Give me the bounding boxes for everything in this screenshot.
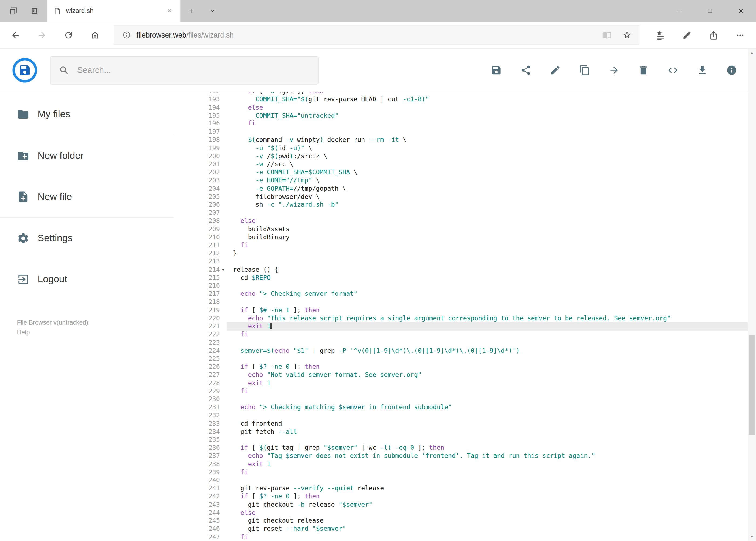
code-line[interactable]: 209 buildAssets (173, 225, 748, 234)
code-line[interactable]: 206 sh -c "./wizard.sh -b" (173, 201, 748, 209)
tabs-aside-button[interactable] (27, 4, 42, 18)
info-button[interactable] (726, 64, 737, 76)
annotate-button[interactable] (674, 24, 700, 47)
sidebar-item-settings[interactable]: Settings (0, 218, 173, 259)
code-line[interactable]: 230 (173, 395, 748, 403)
code-line[interactable]: 233 cd frontend (173, 420, 748, 428)
code-line[interactable]: 241 git rev-parse --verify --quiet relea… (173, 485, 748, 493)
code-line[interactable]: 228 exit 1 (173, 379, 748, 387)
code-line[interactable]: 216 (173, 282, 748, 290)
code-line[interactable]: 205 filebrowser/dev \ (173, 193, 748, 201)
code-line[interactable]: 210 buildBinary (173, 234, 748, 242)
code-line[interactable]: 235 (173, 436, 748, 444)
tab-close-button[interactable] (163, 5, 175, 17)
code-editor[interactable]: 192 if [ -d .git ]; then193 COMMIT_SHA="… (173, 92, 748, 541)
code-line[interactable]: 193 COMMIT_SHA="$(git rev-parse HEAD | c… (173, 96, 748, 104)
new-tab-button[interactable] (180, 0, 202, 22)
code-line[interactable]: 219 if [ $# -ne 1 ]; then (173, 306, 748, 314)
code-line[interactable]: 226 if [ $? -ne 0 ]; then (173, 363, 748, 371)
code-line[interactable]: 201 -w //src \ (173, 161, 748, 169)
code-line[interactable]: 198 $(command -v winpty) docker run --rm… (173, 136, 748, 144)
code-line[interactable]: 225 (173, 355, 748, 363)
code-line[interactable]: 202 -e COMMIT_SHA=$COMMIT_SHA \ (173, 169, 748, 177)
minimize-button[interactable] (663, 0, 694, 22)
sidebar-item-new-file[interactable]: New file (0, 176, 173, 217)
code-line[interactable]: 196 fi (173, 120, 748, 128)
code-line[interactable]: 245 git checkout release (173, 517, 748, 525)
code-line[interactable]: 227 echo "Not valid semver format. See s… (173, 371, 748, 379)
code-line[interactable]: 213 (173, 258, 748, 266)
sidebar-item-my-files[interactable]: My files (0, 94, 173, 135)
browser-tab[interactable]: wizard.sh (47, 0, 180, 22)
code-line[interactable]: 232 (173, 412, 748, 420)
share-button[interactable] (700, 24, 727, 47)
copy-button[interactable] (579, 64, 590, 76)
code-line[interactable]: 223 (173, 339, 748, 347)
code-line[interactable]: 222 fi (173, 330, 748, 339)
share-button[interactable] (520, 64, 531, 76)
fold-arrow-icon[interactable]: ▾ (220, 266, 227, 274)
code-line[interactable]: 244 else (173, 509, 748, 517)
help-link[interactable]: Help (17, 327, 89, 337)
save-button[interactable] (490, 64, 502, 76)
code-line[interactable]: 214▾release () { (173, 266, 748, 274)
code-line[interactable]: 211 fi (173, 242, 748, 250)
delete-button[interactable] (637, 64, 649, 76)
code-line[interactable]: 215 cd $REPO (173, 274, 748, 282)
code-line[interactable]: 194 else (173, 104, 748, 112)
code-line[interactable]: 238 exit 1 (173, 460, 748, 468)
more-button[interactable] (727, 24, 753, 47)
vertical-scrollbar[interactable]: ▲ ▼ (748, 49, 756, 541)
scrollbar-up-button[interactable]: ▲ (748, 49, 756, 57)
code-line[interactable]: 200 -v /$(pwd):/src:z \ (173, 152, 748, 161)
refresh-button[interactable] (55, 24, 82, 47)
scrollbar-down-button[interactable]: ▼ (748, 533, 756, 541)
hub-button[interactable] (647, 24, 673, 47)
code-line[interactable]: 237 echo "Tag $semver does not exist in … (173, 452, 748, 460)
search-input[interactable] (76, 65, 310, 76)
code-line[interactable]: 234 git fetch --all (173, 428, 748, 436)
code-line[interactable]: 229 fi (173, 387, 748, 395)
code-line[interactable]: 231 echo "> Checking matching $semver in… (173, 403, 748, 412)
code-line[interactable]: 239 fi (173, 468, 748, 476)
code-line[interactable]: 218 (173, 298, 748, 306)
move-button[interactable] (608, 64, 620, 76)
code-line[interactable]: 207 (173, 209, 748, 217)
code-line[interactable]: 221 exit 1 (173, 322, 748, 330)
code-line[interactable]: 243 git checkout -b release "$semver" (173, 501, 748, 509)
code-line[interactable]: 192 if [ -d .git ]; then (173, 92, 748, 96)
maximize-button[interactable] (694, 0, 725, 22)
forward-button[interactable] (28, 24, 55, 47)
scrollbar-thumb[interactable] (749, 335, 755, 435)
home-button[interactable] (82, 24, 108, 47)
reading-view-button[interactable] (597, 26, 617, 45)
code-line[interactable]: 204 -e GOPATH=//tmp/gopath \ (173, 185, 748, 193)
code-line[interactable]: 240 (173, 476, 748, 485)
code-line[interactable]: 220 echo "This release script requires a… (173, 314, 748, 322)
code-line[interactable]: 208 else (173, 217, 748, 225)
sidebar-item-new-folder[interactable]: New folder (0, 135, 173, 176)
code-line[interactable]: 236 if [ $(git tag | grep "$semver" | wc… (173, 444, 748, 452)
raw-view-button[interactable] (667, 64, 678, 76)
code-line[interactable]: 247 fi (173, 533, 748, 541)
code-line[interactable]: 197 (173, 128, 748, 136)
code-line[interactable]: 212} (173, 250, 748, 258)
code-line[interactable]: 246 git reset --hard "$semver" (173, 525, 748, 533)
edit-button[interactable] (549, 64, 561, 76)
tab-preview-button[interactable] (6, 4, 20, 18)
search-box[interactable] (50, 56, 319, 84)
app-logo[interactable] (12, 58, 37, 82)
code-line[interactable]: 195 COMMIT_SHA="untracked" (173, 112, 748, 120)
code-line[interactable]: 242 if [ $? -ne 0 ]; then (173, 493, 748, 501)
favorite-star-button[interactable] (617, 26, 637, 45)
tab-list-dropdown[interactable] (202, 0, 223, 22)
download-button[interactable] (696, 64, 708, 76)
window-close-button[interactable] (725, 0, 756, 22)
sidebar-item-logout[interactable]: Logout (0, 259, 173, 300)
back-button[interactable] (2, 24, 28, 47)
code-line[interactable]: 203 -e HOME="//tmp" \ (173, 177, 748, 185)
site-info-icon[interactable] (120, 26, 132, 45)
code-line[interactable]: 217 echo "> Checking semver format" (173, 290, 748, 298)
code-line[interactable]: 199 -u "$(id -u)" \ (173, 144, 748, 152)
code-line[interactable]: 224 semver=$(echo "$1" | grep -P '^v(0|[… (173, 347, 748, 355)
